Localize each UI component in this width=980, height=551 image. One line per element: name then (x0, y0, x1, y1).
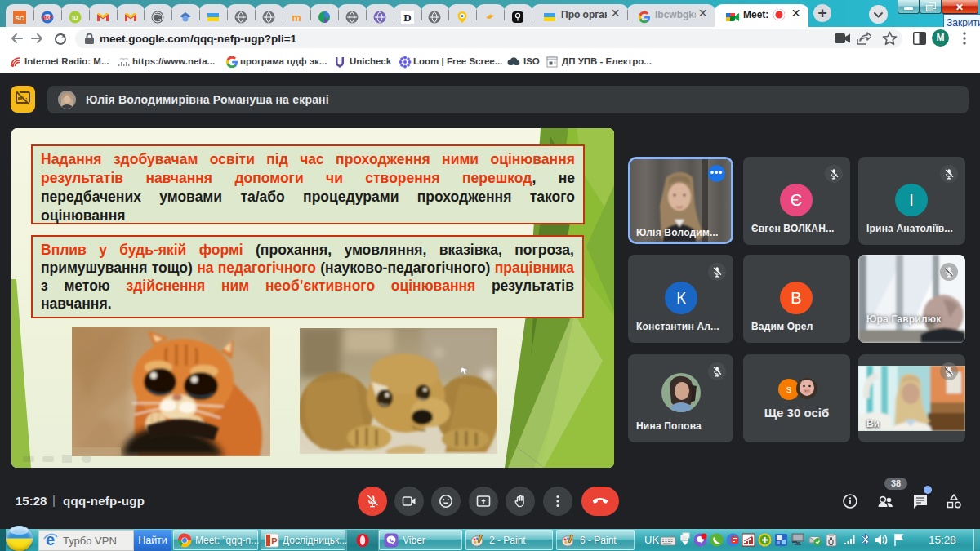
svg-text:D: D (403, 11, 411, 24)
svg-text:P: P (271, 536, 277, 546)
svg-text:cisco: cisco (120, 57, 129, 61)
svg-text:iD: iD (72, 14, 78, 21)
svg-text:m: m (292, 11, 301, 24)
svg-text:SC: SC (15, 15, 24, 22)
svg-text:МКР: МКР (42, 15, 53, 20)
